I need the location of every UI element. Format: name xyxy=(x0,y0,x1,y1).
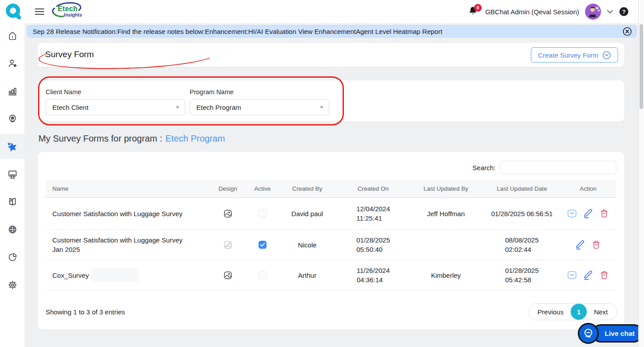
pagination-next-button[interactable]: Next xyxy=(587,308,617,316)
caret-down-icon xyxy=(320,106,323,109)
delete-trash-icon[interactable] xyxy=(599,209,609,218)
hamburger-menu-icon[interactable] xyxy=(35,7,44,16)
last-updated-by-cell: Kimberley xyxy=(408,260,484,290)
survey-star-icon xyxy=(6,141,18,153)
sidebar-item-reports[interactable] xyxy=(0,245,25,270)
design-image-disabled-icon[interactable] xyxy=(223,240,233,250)
sidebar-item-users[interactable] xyxy=(0,51,25,76)
caret-down-icon xyxy=(176,106,179,109)
survey-name-cell: Customer Satisfaction with Luggage Surve… xyxy=(46,198,207,229)
create-survey-form-button[interactable]: Create Survey Form xyxy=(531,47,618,63)
created-by-cell: David paul xyxy=(276,198,339,229)
book-icon xyxy=(7,196,18,207)
search-input[interactable] xyxy=(500,161,616,174)
section-heading-prefix: My Survey Forms for program : xyxy=(38,134,162,143)
banner-text: Sep 28 Release Notification:Find the rel… xyxy=(33,28,442,35)
survey-name-cell: Customer Satisfaction with Luggage Surve… xyxy=(46,230,207,260)
survey-name-cell: Cox_Survey xyxy=(46,260,207,290)
delete-trash-icon[interactable] xyxy=(599,270,609,280)
etech-insights-logo[interactable]: Etech Insights xyxy=(50,2,88,21)
top-bar: Etech Insights 0 GBChat Admin (Qeval Ses… xyxy=(0,0,644,23)
sidebar-item-qa[interactable] xyxy=(0,106,25,131)
avatar[interactable] xyxy=(585,4,601,20)
design-image-icon[interactable] xyxy=(223,209,233,218)
survey-table-card: Search: Name Design Active Created By Cr… xyxy=(38,152,624,330)
table-footer: Showing 1 to 3 of 3 entries Previous 1 N… xyxy=(46,303,617,320)
active-checkbox[interactable] xyxy=(258,271,267,279)
sidebar-item-web[interactable] xyxy=(0,217,25,242)
sidebar-item-survey[interactable] xyxy=(0,134,25,159)
mail-icon[interactable] xyxy=(567,270,577,280)
column-header-design[interactable]: Design xyxy=(207,180,249,197)
column-header-last-updated-date[interactable]: Last Updated Date xyxy=(484,180,560,197)
section-heading-program-link[interactable]: Etech Program xyxy=(165,134,225,143)
help-icon[interactable]: ? xyxy=(619,7,629,17)
settings-gear-icon xyxy=(7,280,18,290)
column-header-created-by[interactable]: Created By xyxy=(276,180,339,197)
app-window: Etech Insights 0 GBChat Admin (Qeval Ses… xyxy=(0,0,644,347)
scrollbar-track[interactable] xyxy=(638,0,644,347)
edit-pencil-icon[interactable] xyxy=(575,240,585,250)
table-row: Customer Satisfaction with Luggage Surve… xyxy=(46,198,616,230)
create-survey-form-label: Create Survey Form xyxy=(538,51,598,59)
qa-badge-icon xyxy=(7,113,18,124)
pagination-page-1-button[interactable]: 1 xyxy=(571,304,587,320)
client-name-select[interactable]: Etech Client xyxy=(46,99,185,115)
notification-bell-icon[interactable]: 0 xyxy=(467,5,479,18)
design-image-icon[interactable] xyxy=(223,271,233,280)
globe-icon xyxy=(7,224,18,235)
svg-text:?: ? xyxy=(622,8,626,15)
sidebar-item-monitoring[interactable] xyxy=(0,162,25,187)
active-checkbox[interactable] xyxy=(258,241,267,249)
home-icon xyxy=(7,30,18,41)
pagination: Previous 1 Next xyxy=(528,303,617,320)
sidebar-item-analytics[interactable] xyxy=(0,79,25,104)
search-label: Search: xyxy=(472,164,496,171)
column-header-name[interactable]: Name xyxy=(46,180,207,197)
column-header-action[interactable]: Action xyxy=(560,180,616,197)
program-name-label: Program Name xyxy=(190,88,233,96)
chat-bubble-icon xyxy=(578,323,599,344)
monitor-icon xyxy=(7,169,18,180)
user-menu-chevron-down-icon[interactable] xyxy=(607,10,613,14)
created-on-cell: 11/26/202404:36:14 xyxy=(339,260,408,290)
client-name-label: Client Name xyxy=(46,88,81,96)
user-name[interactable]: GBChat Admin (Qeval Session) xyxy=(485,8,579,16)
page-title: Survey Form xyxy=(45,50,94,59)
created-on-cell: 01/28/202505:50:40 xyxy=(339,230,408,260)
program-name-select[interactable]: Etech Program xyxy=(190,99,329,115)
bar-chart-icon xyxy=(7,86,18,96)
last-updated-by-cell: Jeff Hoffman xyxy=(408,198,484,229)
sidebar-item-knowledge[interactable] xyxy=(0,189,25,214)
scrollbar-thumb[interactable] xyxy=(640,24,643,109)
delete-trash-icon[interactable] xyxy=(591,240,601,250)
last-updated-by-cell xyxy=(408,230,484,260)
created-by-cell: Nicole xyxy=(276,230,339,260)
pie-chart-icon xyxy=(7,252,18,263)
topbar-right-cluster: 0 GBChat Admin (Qeval Session) xyxy=(467,0,629,23)
qeval-logo-icon[interactable] xyxy=(4,3,22,21)
column-header-created-on[interactable]: Created On xyxy=(339,180,408,197)
edit-pencil-icon[interactable] xyxy=(583,270,593,280)
table-row: Cox_Survey Arthur 11/26/202404:36:14 Kim… xyxy=(46,260,616,290)
page-title-card: Survey Form Create Survey Form xyxy=(38,43,624,67)
entries-summary: Showing 1 to 3 of 3 entries xyxy=(46,308,125,316)
live-chat-button[interactable]: Live chat xyxy=(578,323,643,344)
search-row: Search: xyxy=(472,161,616,174)
brand-line2: Insights xyxy=(64,12,82,17)
table-body: Customer Satisfaction with Luggage Surve… xyxy=(46,198,616,290)
last-updated-date-cell: 01/28/202505:42:58 xyxy=(484,260,560,290)
last-updated-date-cell: 01/28/2025 06:56:51 xyxy=(484,198,560,229)
sidebar-item-home[interactable] xyxy=(0,23,25,48)
column-header-active[interactable]: Active xyxy=(249,180,276,197)
column-header-last-updated-by[interactable]: Last Updated By xyxy=(408,180,484,197)
pagination-previous-button[interactable]: Previous xyxy=(529,308,571,316)
mail-icon[interactable] xyxy=(567,209,577,218)
edit-pencil-icon[interactable] xyxy=(583,209,593,218)
sidebar xyxy=(0,23,25,347)
sidebar-item-settings[interactable] xyxy=(0,272,25,297)
notification-badge: 0 xyxy=(474,4,482,12)
banner-close-icon[interactable] xyxy=(623,27,632,36)
filters-card: Client Name Etech Client Program Name Et… xyxy=(38,80,624,121)
active-checkbox[interactable] xyxy=(258,209,267,217)
